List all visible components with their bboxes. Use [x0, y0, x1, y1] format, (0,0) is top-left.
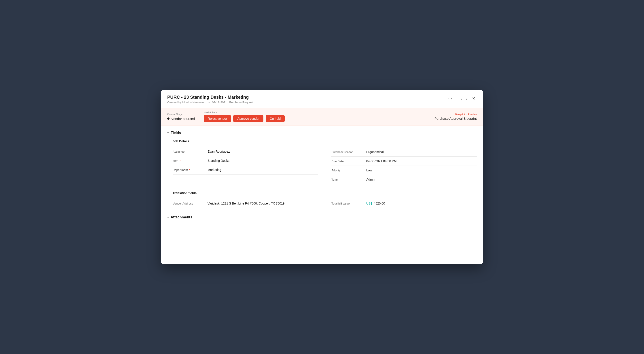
- more-options-button[interactable]: ⋯: [447, 96, 454, 101]
- fields-section-header: ▾ Fields: [167, 131, 477, 135]
- field-department: Department * Marketing: [173, 165, 318, 175]
- assignee-value: Evan Rodriguez: [208, 150, 318, 153]
- purchase-reason-value: Ergonomical: [366, 150, 477, 154]
- vendor-address-label: Vendor Address: [173, 202, 204, 205]
- team-value: Admin: [366, 178, 477, 181]
- total-bill-value-label: Total bill value: [332, 202, 363, 205]
- bill-amount: 4520.00: [374, 202, 385, 205]
- priority-value: Low: [366, 169, 477, 172]
- stage-bar: Current Stage Vendor sourced Next Action…: [161, 108, 483, 126]
- department-label: Department *: [173, 168, 204, 172]
- transition-section: Transition fields Vendor Address Varides…: [167, 191, 477, 208]
- next-actions-buttons: Reject vendor Approve vendor On hold: [204, 115, 285, 122]
- item-label: Item *: [173, 159, 204, 162]
- item-required-icon: *: [180, 159, 181, 162]
- current-stage-section: Current Stage Vendor sourced: [167, 113, 195, 121]
- modal-container: PURC - 23 Standing Desks - Marketing Cre…: [161, 90, 483, 264]
- vendor-address-value: Varidesk, 1221 S Belt Line Rd #500, Copp…: [208, 202, 318, 205]
- attachments-section-header: ▾ Attachments: [167, 215, 477, 219]
- current-stage-label: Current Stage: [167, 113, 195, 116]
- stage-dot-icon: [167, 118, 170, 120]
- field-due-date: Due Date 04-30-2021 04:30 PM: [332, 157, 477, 166]
- field-priority: Priority Low: [332, 166, 477, 175]
- attachments-section-title: Attachments: [170, 215, 192, 219]
- reject-vendor-button[interactable]: Reject vendor: [204, 115, 231, 122]
- fields-toggle-icon[interactable]: ▾: [167, 131, 169, 135]
- title-section: PURC - 23 Standing Desks - Marketing Cre…: [167, 95, 253, 104]
- page-subtitle: Created by Monica Hemsworth on 03-18-202…: [167, 101, 253, 104]
- department-required-icon: *: [189, 169, 190, 172]
- stage-left: Current Stage Vendor sourced Next Action…: [167, 111, 285, 122]
- purchase-reason-label: Purchase reason: [332, 150, 363, 154]
- currency-code: US$: [366, 202, 372, 205]
- transition-left-column: Vendor Address Varidesk, 1221 S Belt Lin…: [173, 199, 318, 208]
- field-vendor-address: Vendor Address Varidesk, 1221 S Belt Lin…: [173, 199, 318, 208]
- fields-grid: Job Details Assignee Evan Rodriguez Item…: [167, 139, 477, 184]
- prev-button[interactable]: ‹: [459, 96, 463, 101]
- page-title: PURC - 23 Standing Desks - Marketing: [167, 95, 253, 100]
- field-total-bill-value: Total bill value US$ 4520.00: [332, 199, 477, 208]
- transition-fields-title: Transition fields: [173, 191, 477, 195]
- fields-left-column: Job Details Assignee Evan Rodriguez Item…: [173, 139, 318, 184]
- modal-header: PURC - 23 Standing Desks - Marketing Cre…: [161, 90, 483, 108]
- field-assignee: Assignee Evan Rodriguez: [173, 147, 318, 156]
- next-button[interactable]: ›: [465, 96, 469, 101]
- fields-right-column: Purchase reason Ergonomical Due Date 04-…: [332, 139, 477, 184]
- field-item: Item * Standing Desks: [173, 156, 318, 165]
- due-date-value: 04-30-2021 04:30 PM: [366, 159, 477, 163]
- current-stage-value: Vendor sourced: [167, 117, 195, 121]
- blueprint-value: Purchase Approval Blueprint: [434, 117, 477, 120]
- modal-content: ▾ Fields Job Details Assignee Evan Rodri…: [161, 126, 483, 264]
- item-value: Standing Desks: [208, 159, 318, 162]
- attachments-section: ▾ Attachments: [167, 215, 477, 219]
- transition-fields-grid: Vendor Address Varidesk, 1221 S Belt Lin…: [167, 199, 477, 208]
- transition-right-column: Total bill value US$ 4520.00: [332, 199, 477, 208]
- header-actions: ⋯ ‹ › ✕: [447, 96, 477, 101]
- field-team: Team Admin: [332, 175, 477, 184]
- due-date-label: Due Date: [332, 160, 363, 163]
- attachments-toggle-icon[interactable]: ▾: [167, 215, 169, 219]
- header-divider: [456, 96, 456, 101]
- priority-label: Priority: [332, 169, 363, 172]
- total-bill-value-value: US$ 4520.00: [366, 202, 477, 205]
- fields-section-title: Fields: [170, 131, 181, 135]
- next-actions-section: Next Actions Reject vendor Approve vendo…: [204, 111, 285, 122]
- fields-section: ▾ Fields Job Details Assignee Evan Rodri…: [167, 131, 477, 184]
- team-label: Team: [332, 178, 363, 181]
- on-hold-button[interactable]: On hold: [266, 115, 285, 122]
- job-details-title: Job Details: [173, 139, 318, 143]
- field-purchase-reason: Purchase reason Ergonomical: [332, 147, 477, 157]
- blueprint-section: Blueprint - Preview Purchase Approval Bl…: [434, 113, 477, 120]
- department-value: Marketing: [208, 168, 318, 172]
- close-button[interactable]: ✕: [471, 96, 477, 101]
- assignee-label: Assignee: [173, 150, 204, 153]
- next-actions-label: Next Actions: [204, 111, 285, 114]
- blueprint-label: Blueprint - Preview: [454, 113, 477, 116]
- approve-vendor-button[interactable]: Approve vendor: [233, 115, 264, 122]
